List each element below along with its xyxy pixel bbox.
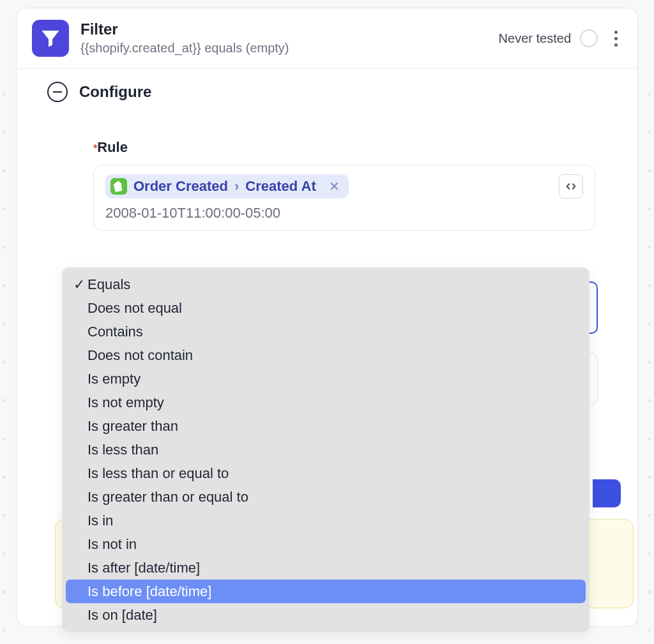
operator-option[interactable]: Is empty: [66, 367, 586, 391]
rule-chip-row: Order Created › Created At ✕: [94, 165, 595, 202]
operator-option-label: Is empty: [87, 371, 141, 387]
title-block: Filter {{shopify.created_at}} equals (em…: [80, 21, 499, 55]
operator-option-label: Equals: [87, 276, 130, 293]
operator-option-label: Is after [date/time]: [87, 560, 200, 576]
configure-body: *Rule Order Created › Created At ✕: [47, 102, 607, 231]
operator-option-label: Is less than or equal to: [87, 465, 229, 482]
operator-option[interactable]: Does not equal: [66, 296, 586, 320]
operator-option-label: Is not empty: [87, 394, 164, 411]
section-title: Configure: [79, 83, 151, 101]
operator-option[interactable]: Does not contain: [66, 343, 586, 367]
shopify-icon: [110, 178, 127, 195]
operator-option-label: Contains: [87, 324, 143, 340]
minus-icon: [53, 91, 62, 93]
more-menu-button[interactable]: [609, 31, 622, 47]
configure-section: Configure *Rule Order Created ›: [17, 69, 637, 231]
operator-option-label: Is greater than or equal to: [87, 489, 248, 505]
checkmark-icon: ✓: [72, 276, 86, 293]
test-status-indicator: [580, 29, 598, 47]
operator-option-label: Does not contain: [87, 347, 193, 364]
rule-label-row: *Rule: [93, 139, 595, 156]
chip-source: Order Created: [133, 178, 228, 195]
operator-option[interactable]: Is less than or equal to: [66, 461, 586, 485]
code-mode-button[interactable]: [559, 174, 583, 198]
operator-option-label: Is not in: [87, 536, 137, 553]
rule-label: Rule: [97, 139, 128, 155]
chip-field: Created At: [245, 178, 316, 195]
operator-option[interactable]: Is in: [66, 509, 586, 532]
operator-option[interactable]: Is after [date/time]: [66, 556, 586, 580]
operator-option-label: Is in: [87, 513, 113, 529]
operator-option[interactable]: Is greater than or equal to: [66, 485, 586, 509]
rule-input-box[interactable]: Order Created › Created At ✕ 2008-01-10T…: [93, 165, 595, 231]
operator-option[interactable]: ✓Equals: [66, 273, 586, 296]
operator-option[interactable]: Is not empty: [66, 391, 586, 414]
operator-option-label: Does not equal: [87, 300, 182, 317]
operator-option-label: Is greater than: [87, 418, 178, 435]
collapse-button[interactable]: [47, 82, 68, 102]
remove-chip-button[interactable]: ✕: [329, 179, 340, 194]
operator-option-label: Is less than: [87, 442, 158, 458]
operator-option[interactable]: Is less than: [66, 438, 586, 461]
primary-button-peek[interactable]: [593, 479, 621, 507]
rule-value: 2008-01-10T11:00:00-05:00: [94, 202, 595, 230]
operator-option[interactable]: Is on [date]: [66, 603, 586, 627]
card-title: Filter: [80, 21, 499, 38]
operator-option[interactable]: Contains: [66, 320, 586, 343]
card-subtitle: {{shopify.created_at}} equals (empty): [80, 41, 499, 56]
chevron-right-icon: ›: [234, 178, 239, 195]
operator-option[interactable]: Is not in: [66, 532, 586, 556]
operator-dropdown: ✓EqualsDoes not equalContainsDoes not co…: [62, 267, 589, 632]
test-status-label: Never tested: [499, 31, 571, 46]
field-chip[interactable]: Order Created › Created At ✕: [105, 174, 349, 198]
operator-option-label: Is on [date]: [87, 607, 157, 624]
operator-option[interactable]: Is before [date/time]: [66, 580, 586, 603]
card-header: Filter {{shopify.created_at}} equals (em…: [17, 8, 637, 69]
filter-icon: [32, 20, 69, 57]
operator-option-label: Is before [date/time]: [87, 583, 211, 600]
operator-option[interactable]: Is greater than: [66, 414, 586, 438]
